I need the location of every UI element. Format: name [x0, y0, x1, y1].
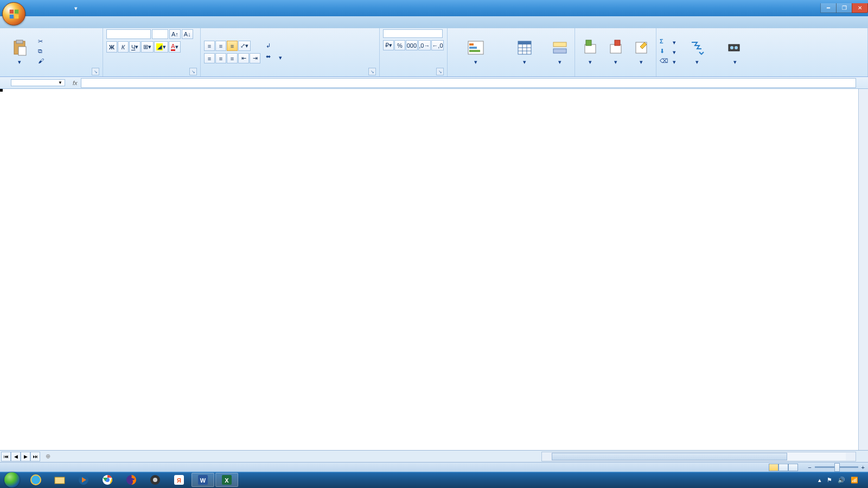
formula-input[interactable]	[81, 78, 856, 88]
sheet-nav-prev[interactable]: ◀	[11, 452, 21, 461]
taskbar-excel-icon[interactable]: X	[215, 473, 238, 487]
number-dialog-launcher[interactable]: ↘	[436, 68, 444, 75]
tray-flag-icon[interactable]: ⚑	[827, 477, 832, 484]
taskbar-ie-icon[interactable]	[24, 473, 47, 487]
maximize-button[interactable]: ❐	[836, 3, 852, 13]
paste-button[interactable]: ▾	[3, 34, 36, 70]
conditional-formatting-button[interactable]: ▾	[451, 34, 501, 70]
clear-button[interactable]: ⌫ ▾	[660, 57, 676, 66]
worksheet-grid[interactable]	[0, 89, 868, 450]
align-left-button[interactable]: ≡	[204, 53, 215, 63]
cut-button[interactable]: ✂	[38, 38, 49, 47]
svg-rect-0	[9, 9, 13, 13]
name-box[interactable]: ▼	[11, 79, 65, 86]
start-button[interactable]	[0, 472, 24, 488]
svg-rect-12	[518, 41, 531, 44]
sigma-icon: Σ	[660, 38, 668, 47]
increase-decimal-button[interactable]: ,0→	[418, 40, 431, 50]
save-icon[interactable]	[28, 3, 39, 14]
vertical-scrollbar[interactable]	[858, 89, 868, 450]
ribbon: ▾ ✂ ⧉ 🖌 ↘ A↑ A↓ Ж К Ч▾ ⊞▾ ◢▾ A	[0, 28, 868, 77]
taskbar-firefox-icon[interactable]	[120, 473, 143, 487]
svg-rect-17	[553, 42, 566, 47]
border-button[interactable]: ⊞▾	[141, 41, 154, 53]
taskbar-app1-icon[interactable]	[144, 473, 167, 487]
tray-arrow-icon[interactable]: ▴	[818, 477, 821, 484]
svg-rect-2	[9, 14, 13, 18]
office-button[interactable]	[2, 2, 25, 25]
cell-styles-button[interactable]: ▾	[548, 34, 571, 70]
increase-font-button[interactable]: A↑	[169, 29, 181, 39]
new-sheet-icon[interactable]: ⊕	[46, 453, 50, 460]
fill-button[interactable]: ⬇ ▾	[660, 48, 676, 56]
tray-network-icon[interactable]: 📶	[851, 477, 858, 484]
font-dialog-launcher[interactable]: ↘	[189, 68, 197, 75]
qat-customize-icon[interactable]: ▾	[71, 3, 81, 14]
zoom-slider[interactable]	[815, 466, 858, 468]
font-size-select[interactable]	[152, 29, 168, 39]
bold-button[interactable]: Ж	[106, 41, 117, 53]
align-dialog-launcher[interactable]: ↘	[368, 68, 376, 75]
sort-filter-button[interactable]: ▾	[678, 34, 716, 70]
find-select-button[interactable]: ▾	[718, 34, 752, 70]
align-middle-button[interactable]: ≡	[215, 41, 226, 51]
fill-color-button[interactable]: ◢▾	[154, 41, 168, 53]
align-bottom-button[interactable]: ≡	[227, 41, 238, 51]
autosum-button[interactable]: Σ ▾	[660, 38, 676, 47]
taskbar-media-icon[interactable]	[72, 473, 95, 487]
svg-rect-3	[14, 14, 18, 18]
normal-view-button[interactable]	[769, 464, 778, 471]
number-format-select[interactable]	[383, 29, 443, 38]
align-right-button[interactable]: ≡	[227, 53, 238, 63]
undo-icon[interactable]	[42, 3, 53, 14]
taskbar-explorer-icon[interactable]	[48, 473, 71, 487]
insert-cells-button[interactable]: ▾	[578, 34, 602, 70]
sheet-nav-last[interactable]: ⏭	[30, 452, 40, 461]
format-cells-button[interactable]: ▾	[629, 34, 653, 70]
italic-button[interactable]: К	[118, 41, 129, 53]
sheet-nav-next[interactable]: ▶	[21, 452, 30, 461]
comma-button[interactable]: 000	[406, 40, 418, 50]
wrap-text-button[interactable]: ↲	[266, 42, 282, 51]
sheet-nav-first[interactable]: ⏮	[1, 452, 11, 461]
align-center-button[interactable]: ≡	[215, 53, 226, 63]
delete-cells-button[interactable]: ▾	[604, 34, 627, 70]
zoom-out-button[interactable]: −	[808, 464, 811, 471]
close-button[interactable]: ✕	[852, 3, 868, 13]
align-top-button[interactable]: ≡	[204, 41, 215, 51]
taskbar-chrome-icon[interactable]	[96, 473, 119, 487]
currency-button[interactable]: ₽▾	[383, 40, 394, 50]
minimize-button[interactable]: ━	[820, 3, 837, 13]
format-painter-button[interactable]: 🖌	[38, 57, 49, 66]
system-tray: ▴ ⚑ 🔊 📶	[808, 477, 868, 484]
zoom-in-button[interactable]: +	[861, 464, 865, 471]
font-color-button[interactable]: A▾	[169, 41, 180, 53]
taskbar-yandex-icon[interactable]: Я	[168, 473, 190, 487]
decrease-font-button[interactable]: A↓	[182, 29, 193, 39]
fx-icon[interactable]: fx	[69, 80, 81, 86]
svg-text:W: W	[200, 477, 206, 484]
tray-volume-icon[interactable]: 🔊	[838, 477, 845, 484]
orientation-button[interactable]: ⤢▾	[238, 41, 251, 51]
svg-rect-18	[553, 49, 566, 53]
svg-rect-8	[469, 43, 474, 46]
redo-icon[interactable]	[56, 3, 67, 14]
page-break-view-button[interactable]	[788, 464, 798, 471]
wrap-icon: ↲	[266, 42, 275, 51]
taskbar-word-icon[interactable]: W	[192, 473, 214, 487]
format-as-table-button[interactable]: ▾	[503, 34, 546, 70]
font-name-select[interactable]	[106, 29, 151, 39]
merge-center-button[interactable]: ⬌ ▾	[266, 53, 282, 62]
clipboard-dialog-launcher[interactable]: ↘	[92, 68, 99, 75]
horizontal-scrollbar[interactable]	[541, 452, 856, 461]
svg-rect-22	[615, 40, 620, 46]
percent-button[interactable]: %	[394, 40, 405, 50]
page-layout-view-button[interactable]	[778, 464, 788, 471]
decrease-indent-button[interactable]: ⇤	[238, 53, 249, 63]
underline-button[interactable]: Ч▾	[129, 41, 141, 53]
copy-button[interactable]: ⧉	[38, 48, 49, 56]
selection-box	[0, 89, 2, 91]
decrease-decimal-button[interactable]: ←,0	[431, 40, 444, 50]
svg-point-27	[31, 475, 41, 485]
increase-indent-button[interactable]: ⇥	[250, 53, 260, 63]
